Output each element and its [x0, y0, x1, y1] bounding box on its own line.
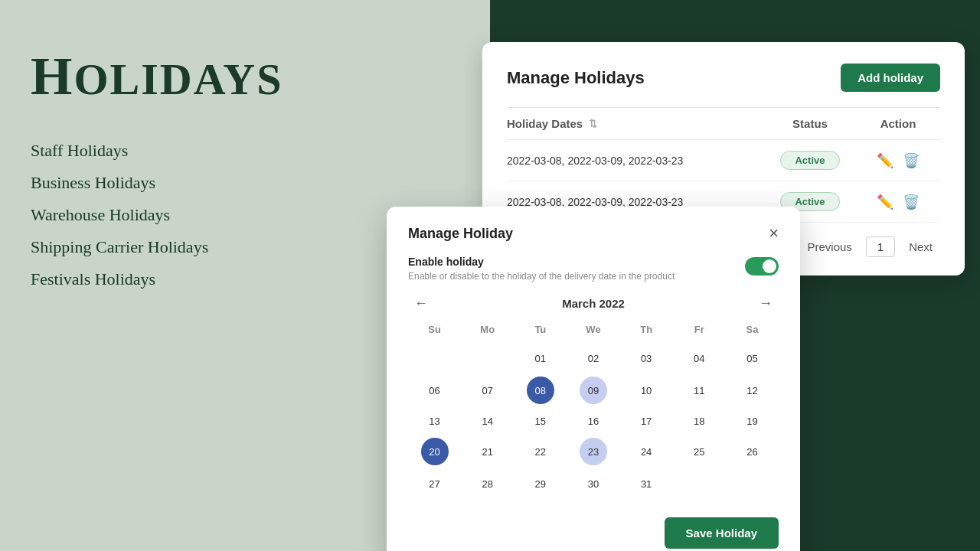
cal-day[interactable]: 18: [685, 407, 713, 435]
nav-list: Staff HolidaysBusiness HolidaysWarehouse…: [31, 138, 283, 292]
cal-day-empty: [421, 343, 449, 370]
previous-button[interactable]: Previous: [799, 237, 859, 256]
page-number: 1: [866, 236, 895, 257]
cal-day[interactable]: 10: [632, 377, 660, 404]
col-status-label: Status: [764, 117, 856, 130]
cal-day-empty: [738, 468, 766, 496]
col-dates-label: Holiday Dates: [507, 117, 583, 130]
delete-icon[interactable]: 🗑️: [903, 194, 920, 210]
card-header: Manage Holidays Add holiday: [507, 64, 940, 92]
left-panel: HOLIDAYS Staff HolidaysBusiness Holidays…: [31, 46, 283, 292]
row-action: ✏️ 🗑️: [856, 194, 940, 210]
cal-day[interactable]: 26: [738, 438, 766, 465]
cal-day-header: Mo: [461, 321, 514, 341]
cal-day-header: Sa: [726, 321, 779, 341]
cal-prev-button[interactable]: ←: [408, 294, 434, 313]
cal-day-header: Tu: [514, 321, 567, 341]
cal-day[interactable]: 28: [474, 470, 501, 497]
cal-day[interactable]: 22: [527, 438, 554, 465]
next-button[interactable]: Next: [901, 237, 940, 256]
cal-day[interactable]: 17: [632, 407, 660, 435]
enable-holiday-toggle[interactable]: [745, 257, 779, 276]
cal-day[interactable]: 12: [738, 377, 766, 404]
cal-day[interactable]: 13: [421, 407, 449, 435]
page-title: HOLIDAYS: [31, 46, 283, 107]
toggle-section: Enable holiday Enable or disable to the …: [408, 256, 779, 282]
cal-day[interactable]: 25: [685, 438, 713, 465]
cal-day[interactable]: 31: [632, 470, 660, 497]
sidebar-nav-item[interactable]: Business Holidays: [31, 170, 283, 196]
cal-day-header: Fr: [673, 321, 726, 341]
row-status: Active: [764, 151, 856, 170]
save-holiday-button[interactable]: Save Holiday: [665, 517, 779, 549]
cal-day[interactable]: 15: [527, 407, 554, 435]
sidebar-nav-item[interactable]: Shipping Carrier Holidays: [31, 234, 283, 260]
toggle-label: Enable holiday: [408, 256, 675, 268]
cal-day-empty: [474, 343, 501, 370]
modal-close-button[interactable]: ×: [769, 225, 779, 242]
cal-day[interactable]: 20: [421, 438, 449, 465]
cal-day[interactable]: 06: [421, 377, 449, 404]
cal-day[interactable]: 24: [632, 438, 660, 465]
cal-day[interactable]: 02: [580, 344, 607, 372]
cal-day[interactable]: 29: [527, 470, 554, 497]
toggle-sublabel: Enable or disable to the holiday of the …: [408, 271, 675, 282]
cal-day[interactable]: 11: [685, 377, 713, 404]
sidebar-nav-item[interactable]: Festivals Holidays: [31, 266, 283, 292]
cal-day[interactable]: 16: [580, 407, 607, 435]
row-dates: 2022-03-08, 2022-03-09, 2022-03-23: [507, 155, 764, 167]
cal-day[interactable]: 05: [738, 344, 766, 372]
calendar-nav: ← March 2022 →: [408, 294, 779, 313]
cal-month-label: March 2022: [562, 297, 625, 310]
row-action: ✏️ 🗑️: [856, 152, 940, 169]
cal-day[interactable]: 30: [580, 470, 607, 497]
cal-next-button[interactable]: →: [753, 294, 779, 313]
col-action-label: Action: [856, 117, 940, 130]
sort-icon: ⇅: [589, 118, 597, 129]
cal-day-header: We: [567, 321, 619, 341]
cal-day[interactable]: 07: [474, 377, 501, 404]
cal-day[interactable]: 09: [580, 377, 607, 404]
edit-icon[interactable]: ✏️: [877, 152, 893, 169]
table-header: Holiday Dates ⇅ Status Action: [507, 107, 940, 140]
manage-holidays-title: Manage Holidays: [507, 68, 645, 88]
calendar-table: SuMoTuWeThFrSa 0102030405060708091011121…: [408, 321, 779, 500]
cal-day[interactable]: 08: [527, 377, 554, 404]
cal-day[interactable]: 03: [632, 344, 660, 372]
cal-day[interactable]: 19: [738, 407, 766, 435]
edit-icon[interactable]: ✏️: [877, 194, 893, 210]
modal-title: Manage Holiday: [408, 226, 513, 242]
cal-day-empty: [685, 468, 713, 496]
cal-day[interactable]: 27: [421, 470, 449, 497]
table-row: 2022-03-08, 2022-03-09, 2022-03-23 Activ…: [507, 140, 940, 181]
cal-day[interactable]: 23: [580, 438, 607, 465]
cal-day[interactable]: 04: [685, 344, 713, 372]
sidebar-nav-item[interactable]: Warehouse Holidays: [31, 202, 283, 228]
delete-icon[interactable]: 🗑️: [903, 152, 920, 169]
modal-header: Manage Holiday ×: [408, 225, 779, 242]
cal-day[interactable]: 01: [527, 344, 554, 372]
sidebar-nav-item[interactable]: Staff Holidays: [31, 138, 283, 164]
manage-holiday-modal: Manage Holiday × Enable holiday Enable o…: [387, 207, 800, 551]
status-badge: Active: [780, 151, 839, 170]
cal-day[interactable]: 14: [474, 407, 501, 435]
cal-day-header: Su: [408, 321, 461, 341]
add-holiday-button[interactable]: Add holiday: [841, 64, 940, 92]
cal-day[interactable]: 21: [474, 438, 501, 465]
cal-day-header: Th: [620, 321, 673, 341]
